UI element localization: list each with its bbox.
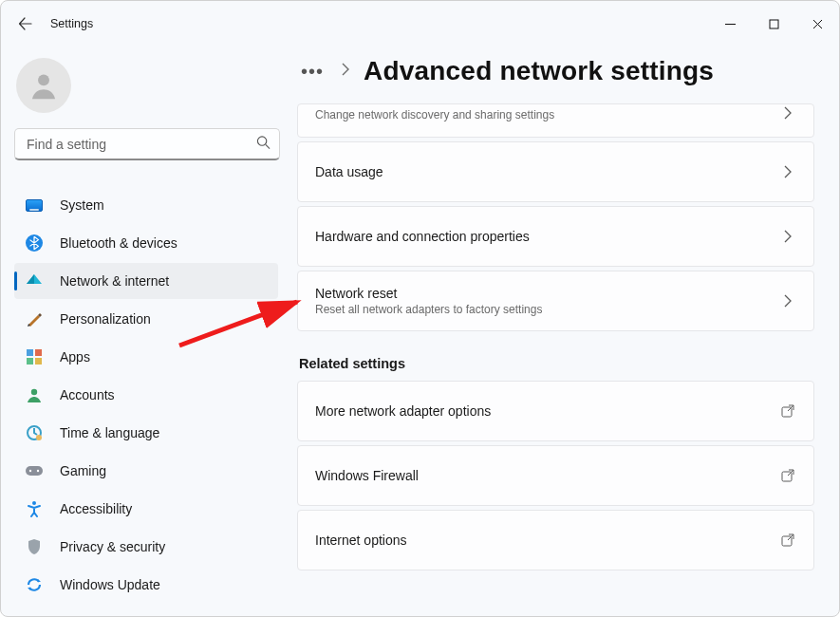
card-network-sharing[interactable]: Change network discovery and sharing set… — [297, 103, 814, 138]
card-windows-firewall[interactable]: Windows Firewall — [297, 445, 814, 506]
card-title: Network reset — [315, 286, 779, 301]
nav-item-windows-update[interactable]: Windows Update — [14, 567, 278, 603]
svg-point-2 — [257, 137, 266, 145]
search-icon — [256, 136, 271, 154]
card-title: Internet options — [315, 533, 779, 548]
svg-rect-6 — [27, 358, 33, 365]
search-field[interactable] — [14, 128, 280, 160]
nav-item-label: System — [60, 197, 104, 213]
svg-rect-0 — [770, 20, 778, 28]
card-data-usage[interactable]: Data usage — [297, 141, 814, 202]
nav-item-label: Privacy & security — [60, 539, 165, 554]
maximize-button[interactable] — [752, 8, 795, 40]
network-icon — [24, 271, 45, 291]
privacy-icon — [24, 536, 45, 557]
card-title: Data usage — [315, 164, 779, 179]
external-link-icon — [779, 469, 796, 482]
nav-item-apps[interactable]: Apps — [14, 339, 278, 375]
svg-point-1 — [38, 74, 49, 85]
chevron-right-icon — [779, 165, 796, 178]
card-hardware-properties[interactable]: Hardware and connection properties — [297, 206, 814, 267]
nav-item-label: Time & language — [60, 425, 159, 440]
chevron-right-icon — [779, 106, 796, 120]
nav-item-system[interactable]: System — [14, 187, 278, 223]
chevron-right-icon — [779, 230, 796, 243]
nav-item-personalization[interactable]: Personalization — [14, 301, 278, 337]
nav-item-label: Network & internet — [60, 273, 169, 289]
arrow-left-icon — [18, 16, 33, 31]
main-panel: ••• Advanced network settings Change net… — [286, 47, 839, 616]
accessibility-icon — [24, 498, 45, 519]
card-subtitle: Reset all network adapters to factory se… — [315, 303, 779, 316]
svg-rect-11 — [26, 466, 43, 476]
window-title: Settings — [50, 17, 93, 30]
time-language-icon — [24, 422, 45, 443]
card-title: More network adapter options — [315, 403, 779, 419]
related-settings-label: Related settings — [299, 356, 814, 371]
svg-rect-4 — [27, 349, 33, 356]
bluetooth-icon — [24, 233, 45, 253]
nav-item-label: Windows Update — [60, 577, 160, 592]
nav-item-label: Accounts — [60, 387, 115, 402]
settings-window: Settings System — [0, 0, 840, 617]
svg-point-12 — [29, 470, 31, 472]
card-network-reset[interactable]: Network reset Reset all network adapters… — [297, 271, 814, 331]
card-title: Windows Firewall — [315, 468, 779, 483]
card-internet-options[interactable]: Internet options — [297, 510, 814, 570]
nav-item-time-language[interactable]: Time & language — [14, 415, 278, 451]
search-input[interactable] — [14, 128, 280, 160]
nav-item-gaming[interactable]: Gaming — [14, 453, 278, 489]
page-title: Advanced network settings — [364, 56, 714, 86]
breadcrumb: ••• Advanced network settings — [297, 56, 814, 86]
apps-icon — [24, 346, 45, 367]
nav-item-label: Accessibility — [60, 501, 132, 516]
back-button[interactable] — [9, 7, 43, 41]
card-title: Hardware and connection properties — [315, 229, 779, 244]
titlebar: Settings — [1, 1, 839, 47]
card-subtitle: Change network discovery and sharing set… — [315, 108, 779, 122]
gaming-icon — [24, 460, 45, 481]
close-button[interactable] — [795, 8, 839, 40]
sidebar: System Bluetooth & devices Network & int… — [1, 47, 286, 616]
nav-list: System Bluetooth & devices Network & int… — [14, 187, 278, 603]
nav-item-network[interactable]: Network & internet — [14, 263, 278, 299]
svg-point-10 — [36, 435, 42, 440]
svg-rect-5 — [35, 349, 42, 356]
nav-item-accessibility[interactable]: Accessibility — [14, 491, 278, 527]
svg-point-13 — [37, 470, 39, 472]
person-icon — [28, 69, 60, 102]
personalization-icon — [24, 308, 45, 329]
nav-item-accounts[interactable]: Accounts — [14, 377, 278, 413]
svg-point-8 — [31, 389, 37, 395]
nav-item-label: Personalization — [60, 311, 151, 327]
chevron-right-icon — [341, 63, 350, 80]
external-link-icon — [779, 533, 796, 547]
accounts-icon — [24, 384, 45, 405]
svg-point-14 — [32, 501, 36, 505]
nav-item-label: Bluetooth & devices — [60, 235, 177, 251]
nav-item-bluetooth[interactable]: Bluetooth & devices — [14, 225, 278, 261]
user-avatar[interactable] — [16, 58, 71, 113]
breadcrumb-overflow-button[interactable]: ••• — [297, 59, 327, 84]
nav-item-label: Gaming — [60, 463, 106, 478]
svg-rect-7 — [35, 358, 42, 365]
external-link-icon — [779, 404, 796, 418]
system-icon — [24, 195, 45, 215]
window-controls — [708, 8, 839, 40]
windows-update-icon — [24, 574, 45, 595]
card-more-adapter-options[interactable]: More network adapter options — [297, 381, 814, 441]
nav-item-label: Apps — [60, 349, 90, 365]
nav-item-privacy[interactable]: Privacy & security — [14, 529, 278, 565]
chevron-right-icon — [779, 294, 796, 308]
minimize-button[interactable] — [708, 8, 752, 40]
